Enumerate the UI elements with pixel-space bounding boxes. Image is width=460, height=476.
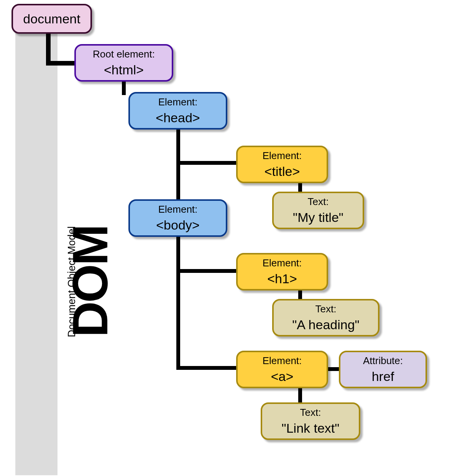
- node-tag: <h1>: [267, 271, 297, 286]
- node-a: Element: <a>: [236, 351, 328, 388]
- node-body: Element: <body>: [128, 199, 227, 237]
- node-h1-text: Text: "A heading": [272, 299, 380, 336]
- connector: [176, 130, 180, 202]
- node-a-text: Text: "Link text": [261, 402, 360, 440]
- dom-expansion: Document Object Model: [66, 226, 78, 337]
- node-type: Element:: [158, 96, 198, 108]
- diagram-canvas: { "sidebar": { "acronym": "DOM", "expans…: [0, 0, 460, 476]
- node-tag: <body>: [156, 218, 199, 233]
- node-tag: <html>: [104, 62, 144, 77]
- connector: [46, 61, 77, 66]
- node-value: href: [372, 369, 394, 384]
- node-label: document: [23, 11, 80, 26]
- node-a-attribute: Attribute: href: [339, 351, 427, 388]
- node-type: Attribute:: [363, 355, 403, 367]
- connector: [176, 161, 240, 165]
- node-h1: Element: <h1>: [236, 253, 328, 291]
- node-value: "A heading": [292, 317, 359, 332]
- node-head: Element: <head>: [128, 92, 227, 130]
- node-tag: <head>: [156, 110, 200, 125]
- connector: [122, 82, 126, 95]
- connector: [176, 269, 240, 273]
- node-title: Element: <title>: [236, 146, 328, 183]
- node-type: Text:: [308, 196, 329, 208]
- node-title-text: Text: "My title": [272, 192, 364, 229]
- node-type: Text:: [300, 407, 321, 419]
- connector: [176, 366, 240, 370]
- node-type: Element:: [263, 257, 302, 269]
- node-tag: <title>: [264, 164, 300, 179]
- node-type: Element:: [263, 355, 302, 367]
- node-value: "My title": [293, 210, 343, 225]
- node-tag: <a>: [271, 369, 294, 384]
- vertical-bar: [15, 24, 58, 475]
- node-type: Root element:: [93, 48, 155, 60]
- node-type: Element:: [263, 150, 302, 162]
- connector: [176, 237, 180, 367]
- node-html: Root element: <html>: [74, 44, 173, 82]
- node-document: document: [12, 4, 92, 34]
- node-type: Text:: [315, 303, 337, 315]
- node-value: "Link text": [282, 421, 340, 436]
- node-type: Element:: [158, 204, 198, 215]
